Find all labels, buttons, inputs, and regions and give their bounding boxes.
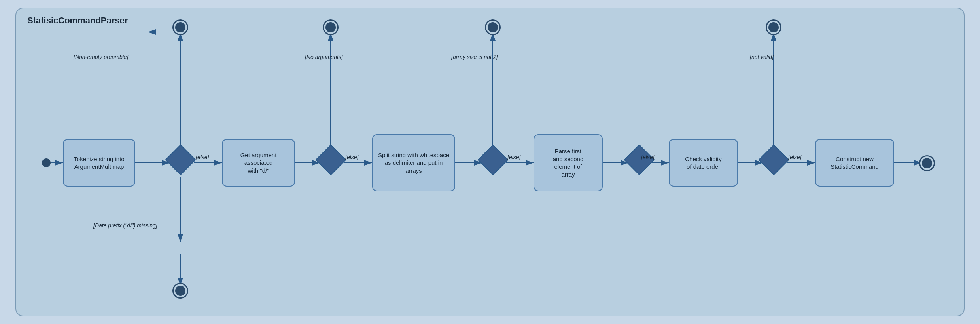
- tokenize-label: Tokenize string into ArgumentMultimap: [74, 155, 124, 171]
- diamond-3: [478, 145, 509, 175]
- label-else2: [else]: [345, 154, 358, 160]
- diagram-title: StatisicCommandParser: [27, 15, 128, 26]
- diamond-1: [165, 145, 196, 175]
- split-string-label: Split string with whitespace as delimite…: [378, 151, 449, 175]
- label-else3: [else]: [507, 154, 520, 160]
- get-arg-label: Get argument associated with "d/": [240, 151, 277, 175]
- diagram-container: StatisicCommandParser: [15, 8, 965, 316]
- label-no-arguments: [No arguments]: [305, 54, 343, 60]
- label-non-empty-preamble: [Non-empty preamble]: [74, 54, 129, 60]
- construct-node: Construct new StatisticCommand: [815, 139, 894, 187]
- final-node-top1: [175, 22, 185, 32]
- final-node-main: [922, 158, 932, 168]
- label-array-size: [array size is not 2]: [451, 54, 498, 60]
- label-not-valid: [not valid]: [750, 54, 774, 60]
- check-validity-label: Check validity of date order: [685, 155, 722, 171]
- label-else4: [else]: [641, 154, 654, 160]
- split-string-node: Split string with whitespace as delimite…: [372, 134, 455, 191]
- check-validity-node: Check validity of date order: [669, 139, 738, 187]
- construct-label: Construct new StatisticCommand: [831, 155, 879, 171]
- final-node-top2: [325, 22, 336, 32]
- get-arg-node: Get argument associated with "d/": [222, 139, 295, 187]
- final-node-top4: [768, 22, 779, 32]
- initial-node: [42, 158, 51, 167]
- tokenize-node: Tokenize string into ArgumentMultimap: [63, 139, 135, 187]
- diamond-2: [316, 145, 346, 175]
- parse-first-node: Parse first and second element of array: [534, 134, 603, 191]
- final-node-top3: [488, 22, 498, 32]
- label-date-prefix-missing: [Date prefix ("d/") missing]: [93, 222, 157, 229]
- parse-first-label: Parse first and second element of array: [553, 147, 584, 178]
- label-else1: [else]: [196, 154, 209, 160]
- label-else5: [else]: [788, 154, 801, 160]
- diamond-5: [759, 145, 789, 175]
- final-node-bottom: [175, 286, 185, 296]
